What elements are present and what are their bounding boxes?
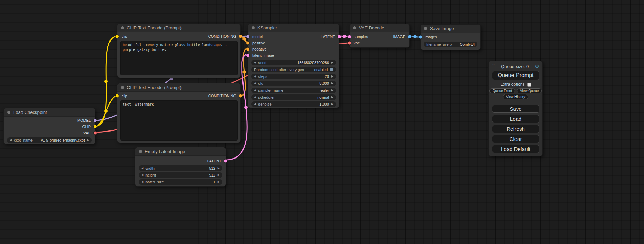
node-collapse-dot[interactable] xyxy=(252,26,255,29)
increment-arrow-icon[interactable]: ▶ xyxy=(331,96,333,99)
node-graph-canvas[interactable]: Load Checkpoint MODEL CLIP VAE ◀ ckpt_na… xyxy=(0,0,644,244)
decrement-arrow-icon[interactable]: ◀ xyxy=(254,61,256,64)
settings-gear-icon[interactable]: ⚙ xyxy=(535,63,539,70)
image-output-port[interactable] xyxy=(408,35,411,38)
node-vae-decode[interactable]: VAE Decode samples IMAGE vae xyxy=(349,24,410,48)
node-collapse-dot[interactable] xyxy=(121,86,124,89)
conditioning-output-port[interactable] xyxy=(239,94,242,98)
positive-prompt-textarea[interactable]: beautiful scenery nature glass bottle la… xyxy=(120,41,238,75)
widget-seed[interactable]: ◀ seed 156680208700286 ▶ xyxy=(251,60,336,65)
queue-prompt-button[interactable]: Queue Prompt xyxy=(492,71,539,80)
node-empty-latent-image[interactable]: Empty Latent Image LATENT ◀ width 512 ▶ … xyxy=(135,147,226,187)
positive-input-port[interactable] xyxy=(246,42,249,45)
node-collapse-dot[interactable] xyxy=(353,26,356,29)
node-clip-text-encode-positive[interactable]: CLIP Text Encode (Prompt) clip CONDITION… xyxy=(117,24,241,78)
widget-batch-size[interactable]: ◀ batch_size 1 ▶ xyxy=(139,179,222,185)
input-label-negative: negative xyxy=(252,47,267,51)
clip-input-port[interactable] xyxy=(116,35,119,38)
view-history-button[interactable]: View History xyxy=(503,94,528,99)
load-default-button[interactable]: Load Default xyxy=(492,145,539,153)
save-button[interactable]: Save xyxy=(492,105,539,113)
increment-arrow-icon[interactable]: ▶ xyxy=(331,61,333,64)
increment-arrow-icon[interactable]: ▶ xyxy=(218,167,220,170)
clear-button[interactable]: Clear xyxy=(492,135,539,143)
increment-arrow-icon[interactable]: ▶ xyxy=(331,89,333,92)
clip-input-port[interactable] xyxy=(116,94,119,98)
extra-options-checkbox[interactable] xyxy=(527,83,531,87)
widget-width[interactable]: ◀ width 512 ▶ xyxy=(139,165,222,171)
node-title: Load Checkpoint xyxy=(13,110,47,115)
queue-front-button[interactable]: Queue Front xyxy=(489,88,515,93)
decrement-arrow-icon[interactable]: ◀ xyxy=(141,174,143,177)
decrement-arrow-icon[interactable]: ◀ xyxy=(141,181,143,183)
node-title: Empty Latent Image xyxy=(145,149,185,154)
widget-height[interactable]: ◀ height 512 ▶ xyxy=(139,172,222,178)
node-title-bar[interactable]: KSampler xyxy=(248,24,339,32)
vae-output-port[interactable] xyxy=(94,132,97,135)
widget-random-seed-toggle[interactable]: Random seed after every gen enabled xyxy=(251,67,336,72)
decrement-arrow-icon[interactable]: ◀ xyxy=(254,103,256,106)
node-title-bar[interactable]: CLIP Text Encode (Prompt) xyxy=(117,83,240,92)
node-collapse-dot[interactable] xyxy=(121,26,124,29)
increment-arrow-icon[interactable]: ▶ xyxy=(87,139,89,142)
conditioning-output-port[interactable] xyxy=(239,35,242,38)
widget-sampler-name[interactable]: ◀ sampler_name euler ▶ xyxy=(251,88,336,93)
queue-size-label: Queue size: 0 xyxy=(501,64,529,69)
widget-filename-prefix[interactable]: filename_prefix ComfyUI xyxy=(424,42,477,47)
node-collapse-dot[interactable] xyxy=(139,150,142,153)
increment-arrow-icon[interactable]: ▶ xyxy=(331,103,333,106)
node-title-bar[interactable]: Load Checkpoint xyxy=(4,108,95,117)
wire-midpoint-dot xyxy=(104,109,108,113)
input-label-images: images xyxy=(425,35,437,39)
widget-steps[interactable]: ◀ steps 20 ▶ xyxy=(251,74,336,79)
drag-handle-icon[interactable]: ⠿ xyxy=(492,64,495,69)
increment-arrow-icon[interactable]: ▶ xyxy=(218,181,220,183)
queue-menu-panel[interactable]: ⠿ Queue size: 0 ⚙ Queue Prompt Extra opt… xyxy=(488,61,543,156)
view-queue-button[interactable]: View Queue xyxy=(517,88,542,93)
refresh-button[interactable]: Refresh xyxy=(492,125,539,133)
decrement-arrow-icon[interactable]: ◀ xyxy=(254,75,256,78)
input-slot-positive: positive xyxy=(248,40,339,46)
decrement-arrow-icon[interactable]: ◀ xyxy=(141,167,143,170)
load-button[interactable]: Load xyxy=(492,115,539,123)
negative-input-port[interactable] xyxy=(246,48,249,51)
vae-input-port[interactable] xyxy=(348,42,351,45)
node-clip-text-encode-negative[interactable]: CLIP Text Encode (Prompt) clip CONDITION… xyxy=(117,83,241,143)
latent-output-port[interactable] xyxy=(338,35,341,38)
input-slot-negative: negative xyxy=(248,46,339,52)
decrement-arrow-icon[interactable]: ◀ xyxy=(254,89,256,92)
node-title-bar[interactable]: Empty Latent Image xyxy=(135,147,226,156)
node-title-bar[interactable]: VAE Decode xyxy=(350,24,409,32)
node-save-image[interactable]: Save Image images filename_prefix ComfyU… xyxy=(420,24,481,50)
wire-checkpoint-clip-to-negative-prompt xyxy=(95,96,117,126)
latent-output-port[interactable] xyxy=(224,160,227,163)
node-collapse-dot[interactable] xyxy=(424,27,427,30)
input-label-clip: clip xyxy=(122,34,127,38)
output-label-image: IMAGE xyxy=(393,35,405,39)
increment-arrow-icon[interactable]: ▶ xyxy=(331,75,333,78)
decrement-arrow-icon[interactable]: ◀ xyxy=(254,82,256,85)
node-collapse-dot[interactable] xyxy=(7,111,10,114)
images-input-port[interactable] xyxy=(419,36,422,39)
widget-ckpt-name[interactable]: ◀ ckpt_name v1-5-pruned-emaonly.ckpt ▶ xyxy=(7,137,92,143)
model-input-port[interactable] xyxy=(246,35,249,38)
negative-prompt-textarea[interactable]: text, watermark xyxy=(120,100,238,141)
model-output-port[interactable] xyxy=(94,119,97,122)
input-label-vae: vae xyxy=(354,41,360,45)
node-title-bar[interactable]: CLIP Text Encode (Prompt) xyxy=(117,24,240,32)
node-title-bar[interactable]: Save Image xyxy=(421,25,480,33)
widget-denoise[interactable]: ◀ denoise 1.000 ▶ xyxy=(251,101,336,107)
output-label-conditioning: CONDITIONING xyxy=(208,34,236,38)
toggle-indicator[interactable] xyxy=(330,68,333,71)
node-load-checkpoint[interactable]: Load Checkpoint MODEL CLIP VAE ◀ ckpt_na… xyxy=(3,108,95,144)
samples-input-port[interactable] xyxy=(348,35,351,38)
clip-output-port[interactable] xyxy=(94,125,97,128)
decrement-arrow-icon[interactable]: ◀ xyxy=(10,139,12,142)
widget-cfg[interactable]: ◀ cfg 8.000 ▶ xyxy=(251,81,336,86)
latent-image-input-port[interactable] xyxy=(246,54,249,57)
increment-arrow-icon[interactable]: ▶ xyxy=(331,82,333,85)
widget-scheduler[interactable]: ◀ scheduler normal ▶ xyxy=(251,94,336,100)
decrement-arrow-icon[interactable]: ◀ xyxy=(254,96,256,99)
node-ksampler[interactable]: KSampler model LATENT positive negative … xyxy=(248,24,339,108)
increment-arrow-icon[interactable]: ▶ xyxy=(218,174,220,177)
